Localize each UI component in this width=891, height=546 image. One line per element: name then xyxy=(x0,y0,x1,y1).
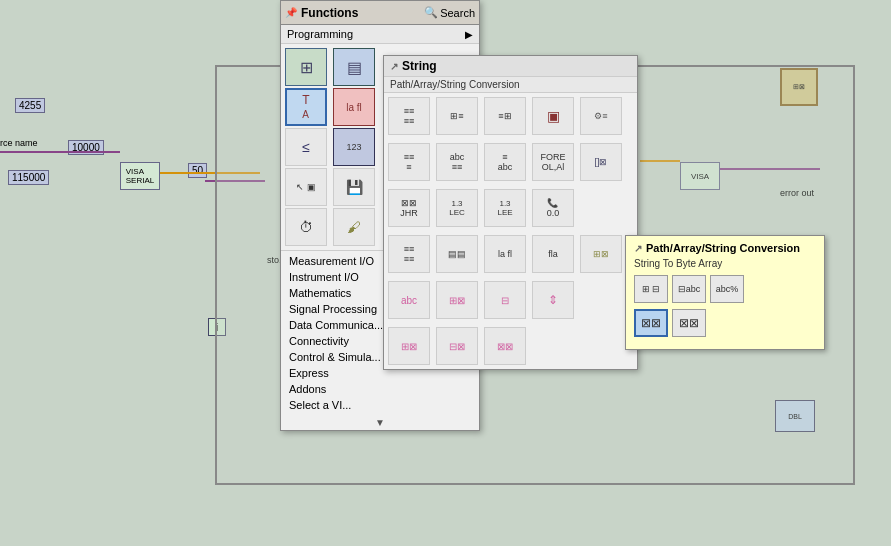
tooltip-subtitle-text: String To Byte Array xyxy=(634,258,722,269)
value-block-4: 50 xyxy=(188,163,207,178)
palette-item-comparison[interactable]: ≤ xyxy=(285,128,327,166)
palette-item-structures2[interactable]: ↖ ▣ xyxy=(285,168,327,206)
str-item-4-1[interactable]: ⊞⊠ xyxy=(436,281,478,319)
str-item-0-2[interactable]: ≡⊞ xyxy=(484,97,526,135)
mathematics-label: Mathematics xyxy=(289,287,351,299)
rce-name-label: rce name xyxy=(0,138,38,148)
value-block-1: 4255 xyxy=(15,98,45,113)
string-grid-row6: ⊞⊠ ⊟⊠ ⊠⊠ xyxy=(384,323,637,369)
sidebar-item-select-vi[interactable]: Select a VI... xyxy=(281,397,479,413)
measurement-label: Measurement I/O xyxy=(289,255,374,267)
string-header: ↗ String xyxy=(384,56,637,77)
palette-item-numeric[interactable]: 123 xyxy=(333,128,375,166)
string-header-text: String xyxy=(402,59,437,73)
tooltip-icon-3: abc% xyxy=(710,275,744,303)
string-grid-row3: ⊠⊠JHR 1.3LEC 1.3LEE 📞0.0 xyxy=(384,185,637,231)
str-item-4-2[interactable]: ⊟ xyxy=(484,281,526,319)
str-item-1-3[interactable]: FOREOL,Al xyxy=(532,143,574,181)
tooltip-title-text: Path/Array/String Conversion xyxy=(646,242,800,254)
palette-item-file[interactable]: 💾 xyxy=(333,168,375,206)
programming-label: Programming xyxy=(287,28,353,40)
data-comm-label: Data Communica... xyxy=(289,319,383,331)
str-item-5-1[interactable]: ⊟⊠ xyxy=(436,327,478,365)
palette-item-string2[interactable]: la fl xyxy=(333,88,375,126)
string-grid-row5: abc ⊞⊠ ⊟ ⇕ xyxy=(384,277,637,323)
str-item-2-1[interactable]: 1.3LEC xyxy=(436,189,478,227)
string-arrow-icon: ↗ xyxy=(390,61,398,72)
submenu-arrow-icon: ▶ xyxy=(465,29,473,40)
tooltip-icon-1: ⊞ ⊟ xyxy=(634,275,668,303)
tooltip-icon-5: ⊠⊠ xyxy=(672,309,706,337)
tooltip-arrow-icon: ↗ xyxy=(634,243,642,254)
value1-label: 4255 xyxy=(19,100,41,111)
string-grid-row2: ≡≡≡ abc≡≡ ≡abc FOREOL,Al []⊠ xyxy=(384,139,637,185)
palette-item-timing[interactable]: ⏱ xyxy=(285,208,327,246)
tooltip-panel: ↗ Path/Array/String Conversion String To… xyxy=(625,235,825,350)
search-label: Search xyxy=(440,7,475,19)
pin-icon: 📌 xyxy=(285,7,297,18)
string-panel: ↗ String Path/Array/String Conversion ≡≡… xyxy=(383,55,638,370)
tooltip-subtitle: String To Byte Array xyxy=(634,258,816,269)
str-item-2-3[interactable]: 📞0.0 xyxy=(532,189,574,227)
str-item-3-3[interactable]: fla xyxy=(532,235,574,273)
str-item-3-4[interactable]: ⊞⊠ xyxy=(580,235,622,273)
str-item-3-0[interactable]: ≡≡≡≡ xyxy=(388,235,430,273)
palette-item-dialog[interactable]: 🖌 xyxy=(333,208,375,246)
visa-block: VISASERIAL xyxy=(120,162,160,190)
palette-item-string[interactable]: TA xyxy=(285,88,327,126)
str-item-2-0[interactable]: ⊠⊠JHR xyxy=(388,189,430,227)
signal-label: Signal Processing xyxy=(289,303,377,315)
sidebar-item-addons[interactable]: Addons xyxy=(281,381,479,397)
str-item-3-1[interactable]: ▤▤ xyxy=(436,235,478,273)
tooltip-selected-icon: ⊠⊠ xyxy=(634,309,668,337)
str-item-0-3[interactable]: ▣ xyxy=(532,97,574,135)
str-item-5-2[interactable]: ⊠⊠ xyxy=(484,327,526,365)
string-subheader: Path/Array/String Conversion xyxy=(384,77,637,93)
connectivity-label: Connectivity xyxy=(289,335,349,347)
str-item-1-2[interactable]: ≡abc xyxy=(484,143,526,181)
tooltip-icons-row-1: ⊞ ⊟ ⊟abc abc% xyxy=(634,275,816,303)
control-label: Control & Simula... xyxy=(289,351,381,363)
programming-bar[interactable]: Programming ▶ xyxy=(281,25,479,44)
str-item-5-3 xyxy=(532,327,574,365)
value3-label: 115000 xyxy=(12,172,45,183)
value-block-3: 115000 xyxy=(8,170,49,185)
str-item-4-4 xyxy=(580,281,622,319)
search-button[interactable]: 🔍 Search xyxy=(424,6,475,19)
str-item-0-4[interactable]: ⚙≡ xyxy=(580,97,622,135)
express-label: Express xyxy=(289,367,329,379)
tooltip-title: ↗ Path/Array/String Conversion xyxy=(634,242,816,254)
str-item-2-4 xyxy=(580,189,622,227)
addons-label: Addons xyxy=(289,383,326,395)
functions-header: 📌 Functions 🔍 Search xyxy=(281,1,479,25)
search-icon: 🔍 xyxy=(424,6,438,19)
str-item-2-2[interactable]: 1.3LEE xyxy=(484,189,526,227)
str-item-1-0[interactable]: ≡≡≡ xyxy=(388,143,430,181)
tooltip-icons-row-2: ⊠⊠ ⊠⊠ xyxy=(634,309,816,337)
wire-purple-1 xyxy=(0,151,120,153)
str-item-4-3[interactable]: ⇕ xyxy=(532,281,574,319)
str-item-3-2[interactable]: la fl xyxy=(484,235,526,273)
str-item-1-4[interactable]: []⊠ xyxy=(580,143,622,181)
string-grid-row1: ≡≡≡≡ ⊞≡ ≡⊞ ▣ ⚙≡ xyxy=(384,93,637,139)
str-item-5-0[interactable]: ⊞⊠ xyxy=(388,327,430,365)
select-vi-label: Select a VI... xyxy=(289,399,351,411)
str-item-0-1[interactable]: ⊞≡ xyxy=(436,97,478,135)
functions-title: 📌 Functions xyxy=(285,6,424,20)
palette-item-array[interactable] xyxy=(333,48,375,86)
string-grid-row4: ≡≡≡≡ ▤▤ la fl fla ⊞⊠ xyxy=(384,231,637,277)
string-subheader-text: Path/Array/String Conversion xyxy=(390,79,520,90)
instrument-label: Instrument I/O xyxy=(289,271,359,283)
palette-item-structures[interactable] xyxy=(285,48,327,86)
str-item-5-4 xyxy=(580,327,622,365)
str-item-1-1[interactable]: abc≡≡ xyxy=(436,143,478,181)
str-item-4-0[interactable]: abc xyxy=(388,281,430,319)
tooltip-icon-2: ⊟abc xyxy=(672,275,706,303)
scroll-down-button[interactable]: ▼ xyxy=(281,415,479,430)
functions-title-text: Functions xyxy=(301,6,358,20)
str-item-0-0[interactable]: ≡≡≡≡ xyxy=(388,97,430,135)
